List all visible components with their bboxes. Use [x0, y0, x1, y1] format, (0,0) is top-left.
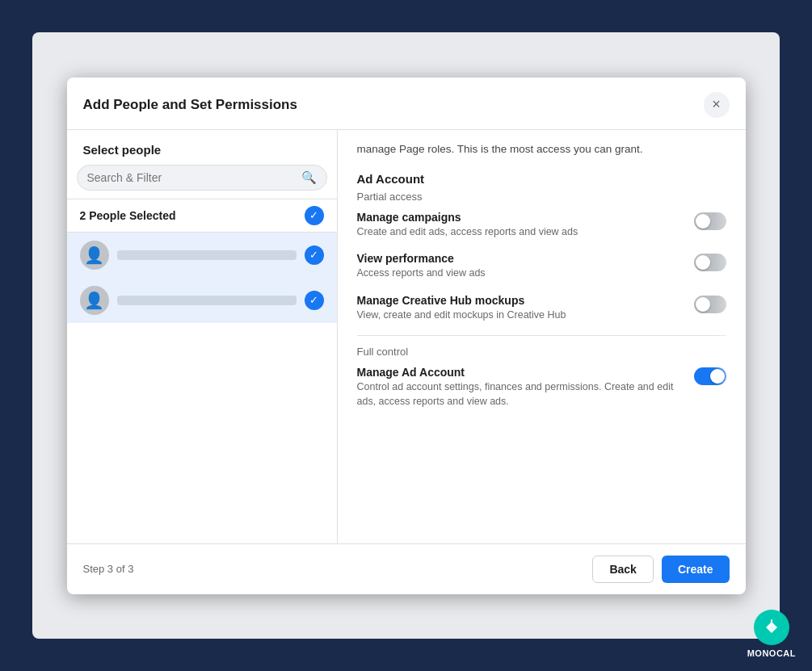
person-name [117, 250, 297, 260]
list-item[interactable]: 👤 ✓ [67, 278, 337, 323]
modal-title: Add People and Set Permissions [83, 97, 297, 113]
permission-item: Manage Creative Hub mockups View, create… [357, 294, 726, 323]
search-icon: 🔍 [301, 170, 317, 185]
modal-body: Select people 🔍 2 People Selected ✓ 👤 [67, 130, 746, 543]
permission-desc: Access reports and view ads [357, 266, 684, 281]
section-label: Select people [67, 130, 337, 165]
permission-desc: Control ad account settings, finances an… [357, 380, 684, 409]
permission-title: View performance [357, 252, 684, 265]
step-label: Step 3 of 3 [83, 563, 134, 575]
footer-buttons: Back Create [592, 556, 729, 583]
permission-desc: View, create and edit mockups in Creativ… [357, 308, 684, 323]
view-performance-toggle[interactable] [694, 254, 726, 271]
permission-item: Manage campaigns Create and edit ads, ac… [357, 211, 726, 240]
manage-ad-account-toggle[interactable] [694, 367, 726, 385]
person-check-icon: ✓ [305, 245, 324, 265]
intro-text: manage Page roles. This is the most acce… [357, 138, 726, 157]
permission-item: View performance Access reports and view… [357, 252, 726, 281]
selected-header: 2 People Selected ✓ [67, 199, 337, 233]
partial-access-label: Partial access [357, 191, 726, 203]
manage-campaigns-toggle[interactable] [694, 212, 726, 230]
permission-title: Manage Ad Account [357, 366, 684, 379]
permission-text: Manage Creative Hub mockups View, create… [357, 294, 684, 323]
modal-footer: Step 3 of 3 Back Create [67, 543, 746, 594]
modal-backdrop: Add People and Set Permissions × Select … [0, 0, 812, 671]
people-list: 👤 ✓ 👤 ✓ [67, 233, 337, 543]
selected-count: 2 People Selected [80, 209, 176, 222]
permission-title: Manage campaigns [357, 211, 684, 224]
person-icon: 👤 [84, 245, 104, 265]
avatar: 👤 [80, 286, 109, 315]
permission-item: Manage Ad Account Control ad account set… [357, 366, 726, 409]
monocal-text: MONOCAL [747, 648, 796, 658]
ad-account-heading: Ad Account [357, 172, 726, 186]
monocal-icon [754, 610, 789, 645]
search-box[interactable]: 🔍 [77, 165, 327, 191]
back-button[interactable]: Back [592, 556, 653, 583]
create-button[interactable]: Create [662, 556, 730, 583]
modal-header: Add People and Set Permissions × [67, 78, 746, 130]
full-control-label: Full control [357, 346, 726, 358]
person-check-icon: ✓ [305, 291, 324, 310]
permission-text: Manage Ad Account Control ad account set… [357, 366, 684, 409]
permission-desc: Create and edit ads, access reports and … [357, 225, 684, 240]
right-panel: manage Page roles. This is the most acce… [338, 130, 746, 543]
selected-check-icon: ✓ [305, 206, 324, 225]
divider [357, 335, 726, 336]
monocal-svg-icon [761, 617, 782, 638]
left-panel: Select people 🔍 2 People Selected ✓ 👤 [67, 130, 338, 543]
search-input[interactable] [87, 171, 301, 184]
permission-text: View performance Access reports and view… [357, 252, 684, 281]
permission-text: Manage campaigns Create and edit ads, ac… [357, 211, 684, 240]
monocal-logo: MONOCAL [747, 610, 796, 658]
permission-title: Manage Creative Hub mockups [357, 294, 684, 307]
modal-dialog: Add People and Set Permissions × Select … [67, 78, 746, 594]
close-button[interactable]: × [704, 92, 730, 118]
person-icon: 👤 [84, 291, 104, 310]
creative-hub-toggle[interactable] [694, 296, 726, 313]
avatar: 👤 [80, 241, 109, 270]
person-name [117, 296, 297, 305]
list-item[interactable]: 👤 ✓ [67, 233, 337, 278]
